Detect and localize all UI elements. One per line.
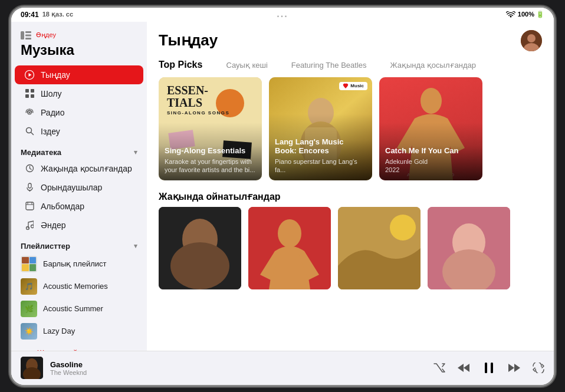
- grid-icon: [24, 88, 35, 99]
- recently-card-4[interactable]: [428, 207, 510, 289]
- svg-line-16: [29, 169, 31, 170]
- status-bar: 09:41 18 қаз. сс ··· 100% 🔋: [11, 8, 554, 22]
- svg-point-36: [278, 219, 301, 248]
- sidebar-item-search[interactable]: Іздеу: [15, 122, 143, 141]
- np-controls: [433, 361, 544, 375]
- top-picks-header: Top Picks Сауық кеші Featuring The Beatl…: [147, 54, 554, 73]
- svg-marker-46: [464, 364, 469, 372]
- svg-rect-6: [25, 89, 29, 93]
- sidebar-item-listen[interactable]: Тыңдау: [15, 65, 143, 84]
- svg-rect-17: [28, 183, 31, 188]
- np-thumbnail: [21, 357, 43, 379]
- repeat-button[interactable]: [533, 363, 544, 373]
- status-time: 09:41: [21, 11, 39, 19]
- status-icons: 100% 🔋: [506, 11, 544, 18]
- top-picks-label[interactable]: Top Picks: [159, 60, 202, 70]
- playlists-chevron-icon: ▾: [134, 242, 137, 250]
- card-essentials-overlay: Sing-Along Essentials Karaoke at your fi…: [159, 123, 262, 180]
- recently-played-section: Жақында ойнатылғандар: [147, 185, 554, 292]
- device-frame: 09:41 18 қаз. сс ··· 100% 🔋: [11, 8, 554, 385]
- svg-rect-1: [25, 31, 31, 33]
- card-langlang[interactable]: Music Lang Lang's Music Book: Enc: [269, 77, 372, 180]
- svg-point-23: [27, 226, 29, 229]
- card-langlang-overlay: Lang Lang's Music Book: Encores Piano su…: [269, 114, 372, 180]
- sidebar-item-radio[interactable]: Радио: [15, 103, 143, 122]
- now-playing-bar: Gasoline The Weeknd: [11, 351, 554, 385]
- wifi-icon: [506, 11, 515, 18]
- svg-rect-48: [491, 363, 493, 373]
- sidebar-item-albums[interactable]: Альбомдар: [15, 197, 143, 216]
- svg-rect-47: [485, 363, 487, 373]
- card-essentials-subtitle: Karaoke at your fingertips with your fav…: [165, 157, 256, 174]
- svg-marker-50: [514, 364, 520, 372]
- svg-rect-19: [26, 202, 34, 210]
- top-dots: ···: [277, 11, 288, 22]
- sidebar-title: Музыка: [11, 39, 147, 65]
- card-essentials[interactable]: ESSEN-TIALS SING-ALONG SONGS Sing-Along …: [159, 77, 262, 180]
- card-essentials-title: Sing-Along Essentials: [165, 146, 256, 156]
- radio-icon: [24, 107, 35, 118]
- album-icon: [24, 201, 35, 212]
- svg-point-11: [29, 111, 31, 113]
- shuffle-button[interactable]: [433, 363, 445, 373]
- playlists-section-header[interactable]: Плейлисттер ▾: [11, 235, 147, 253]
- page-title: Тыңдау: [159, 31, 218, 50]
- main-area: Тыңдау Top Picks Сауық кеші Featuring Th…: [147, 22, 554, 351]
- library-chevron-icon: ▾: [134, 149, 137, 156]
- edit-label[interactable]: Өңдеу: [36, 31, 56, 39]
- recently-played-row: [159, 207, 542, 289]
- recently-card-2[interactable]: [248, 207, 331, 289]
- svg-rect-9: [31, 94, 34, 98]
- svg-point-34: [170, 242, 229, 289]
- svg-rect-2: [25, 34, 31, 36]
- sidebar: Өңдеу Музыка Тыңдау Шолу Радио: [11, 22, 147, 351]
- card-langlang-subtitle: Piano superstar Lang Lang's fa...: [275, 157, 366, 174]
- svg-line-13: [31, 133, 33, 135]
- top-picks-category-2[interactable]: Featuring The Beatles: [291, 61, 367, 70]
- top-picks-category-3[interactable]: Жақында қосылғандар: [390, 61, 476, 70]
- svg-point-31: [421, 88, 442, 114]
- sidebar-item-artists[interactable]: Орындаушылар: [15, 178, 143, 197]
- note-icon: [24, 220, 35, 230]
- recently-card-1[interactable]: [159, 207, 241, 289]
- rewind-button[interactable]: [457, 363, 470, 373]
- svg-point-26: [527, 34, 536, 42]
- card-catchme-overlay: Catch Me If You Can Adekunle Gold 2022: [379, 123, 482, 180]
- svg-point-38: [390, 215, 416, 241]
- clock-icon: [24, 163, 35, 174]
- svg-rect-0: [21, 31, 24, 39]
- mic-icon: [24, 182, 35, 193]
- svg-marker-45: [458, 364, 464, 372]
- card-catchme[interactable]: ADEKUNLE GOLD Catch Me If You Can Adekun…: [379, 77, 482, 180]
- np-title: Gasoline: [50, 360, 426, 369]
- recently-card-3[interactable]: [338, 207, 421, 289]
- sidebar-item-recent[interactable]: Жақында қосылғандар: [15, 159, 143, 178]
- main-header: Тыңдау: [147, 22, 554, 54]
- sidebar-item-browse[interactable]: Шолу: [15, 84, 143, 103]
- sidebar-item-songs[interactable]: Әндер: [15, 216, 143, 235]
- forward-button[interactable]: [508, 363, 521, 373]
- svg-rect-7: [31, 89, 34, 93]
- card-langlang-title: Lang Lang's Music Book: Encores: [275, 137, 366, 156]
- battery-icon: 100% 🔋: [518, 11, 544, 18]
- recently-played-title: Жақында ойнатылғандар: [159, 191, 542, 202]
- plus-icon: ＋: [21, 346, 31, 351]
- np-artist: The Weeknd: [50, 369, 426, 376]
- top-picks-cards: ESSEN-TIALS SING-ALONG SONGS Sing-Along …: [147, 73, 554, 185]
- playlist-item-lazy-day[interactable]: ☀️ Lazy Day: [11, 320, 147, 342]
- playlist-item-all[interactable]: Барлық плейлист: [11, 253, 147, 275]
- top-picks-category-1[interactable]: Сауық кеші: [226, 61, 267, 70]
- avatar[interactable]: [521, 30, 542, 51]
- playlist-item-acoustic-memories[interactable]: 🎵 Acoustic Memories: [11, 275, 147, 298]
- add-playlist-button[interactable]: ＋ Жаңа плейлист: [11, 342, 147, 351]
- svg-marker-5: [29, 73, 32, 77]
- sidebar-toggle-icon[interactable]: [21, 31, 31, 39]
- status-date: 18 қаз. сс: [42, 11, 73, 18]
- card-catchme-subtitle: Adekunle Gold 2022: [385, 157, 477, 174]
- svg-rect-8: [25, 94, 29, 98]
- play-pause-button[interactable]: [482, 361, 496, 375]
- library-section-header[interactable]: Медиатека ▾: [11, 141, 147, 159]
- main-content: Өңдеу Музыка Тыңдау Шолу Радио: [11, 22, 554, 351]
- play-circle-icon: [24, 70, 35, 80]
- playlist-item-acoustic-summer[interactable]: 🌿 Acoustic Summer: [11, 298, 147, 320]
